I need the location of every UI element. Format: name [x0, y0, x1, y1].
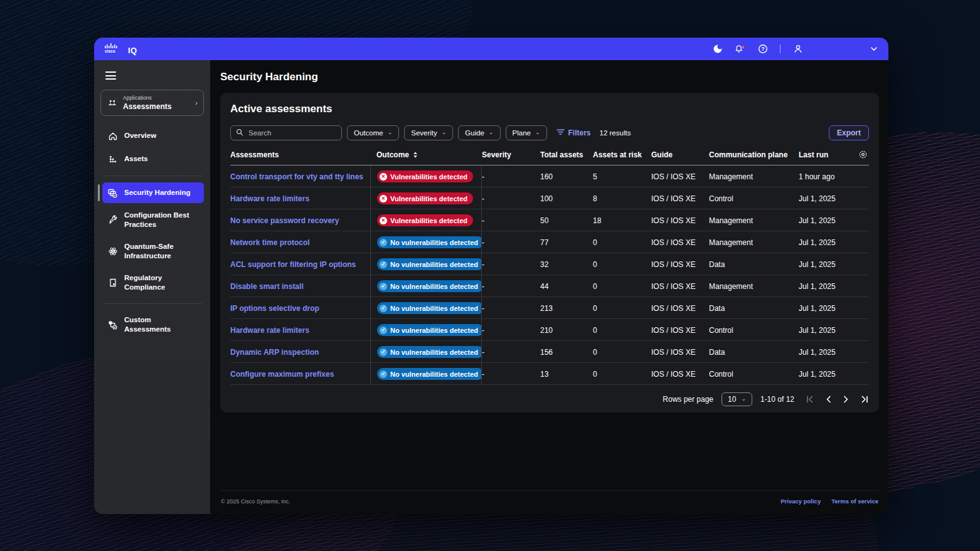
- guide-filter-dropdown[interactable]: Guide⌄: [458, 125, 500, 140]
- assessment-link[interactable]: Control transport for vty and tty lines: [230, 172, 363, 181]
- sidebar-item-label: Regulatory Compliance: [124, 273, 199, 292]
- filter-dropdowns: Outcome⌄Severity⌄Guide⌄Plane⌄: [347, 125, 547, 140]
- sidebar-item-security-hardening[interactable]: Security Hardening: [102, 182, 204, 203]
- first-page-icon[interactable]: [806, 396, 814, 403]
- severity-cell: -: [482, 194, 540, 203]
- assets-at-risk-cell: 0: [593, 348, 651, 357]
- export-button[interactable]: Export: [829, 125, 869, 140]
- sidebar-item-overview[interactable]: Overview: [102, 125, 204, 146]
- chevron-down-icon: ⌄: [535, 129, 540, 135]
- svg-text:cisco: cisco: [105, 49, 115, 53]
- filter-icon: [557, 129, 565, 137]
- total-assets-cell: 50: [540, 216, 593, 225]
- assessment-cell: Configure maximum prefixes: [230, 370, 370, 379]
- active-assessments-card: Active assessments Outcome⌄Severity⌄Guid…: [220, 93, 879, 412]
- main-content: Security Hardening Active assessments: [210, 60, 888, 514]
- theme-icon[interactable]: [712, 44, 723, 55]
- assessment-cell: Dynamic ARP inspection: [230, 348, 370, 357]
- help-icon[interactable]: ?: [757, 44, 768, 55]
- guide-cell: IOS / IOS XE: [651, 326, 709, 335]
- column-label: Outcome: [376, 150, 409, 159]
- menu-hamburger-icon[interactable]: [105, 71, 116, 80]
- assessment-link[interactable]: No service password recovery: [230, 216, 339, 225]
- assessment-link[interactable]: Hardware rate limiters: [230, 326, 309, 335]
- assets-at-risk-cell: 0: [593, 326, 651, 335]
- assessment-link[interactable]: ACL support for filtering IP options: [230, 260, 356, 269]
- guide-cell: IOS / IOS XE: [651, 238, 709, 247]
- table-controls: Outcome⌄Severity⌄Guide⌄Plane⌄ Filters 12…: [230, 125, 869, 140]
- assessment-cell: No service password recovery: [230, 216, 370, 225]
- sidebar-divider: [104, 303, 202, 304]
- assessment-link[interactable]: Network time protocol: [230, 238, 310, 247]
- sidebar-item-label: Assets: [124, 154, 148, 164]
- rows-per-page-select[interactable]: 10 ⌄: [722, 392, 752, 406]
- sidebar-item-custom-assessments[interactable]: Custom Assessments: [102, 310, 204, 339]
- sidebar-item-quantum-safe-infrastructure[interactable]: Quantum-Safe Infrastructure: [102, 237, 204, 266]
- plane-filter-dropdown[interactable]: Plane⌄: [506, 125, 547, 140]
- severity-cell: -: [482, 370, 540, 379]
- guide-cell: IOS / IOS XE: [651, 260, 709, 269]
- account-icon[interactable]: [792, 44, 803, 55]
- search-input[interactable]: [230, 125, 342, 140]
- terms-of-service-link[interactable]: Terms of service: [831, 498, 878, 505]
- last-run-cell: Jul 1, 2025: [799, 238, 853, 247]
- table-row: ACL support for filtering IP options✓No …: [230, 253, 869, 275]
- severity-cell: -: [482, 172, 540, 181]
- column-header-severity[interactable]: Severity: [482, 150, 540, 165]
- column-header-assessments[interactable]: Assessments: [230, 150, 370, 165]
- privacy-policy-link[interactable]: Privacy policy: [780, 498, 821, 505]
- sidebar-item-assets[interactable]: Assets: [102, 149, 204, 169]
- footer-copyright: © 2025 Cisco Systems, Inc.: [221, 498, 290, 505]
- top-bar-actions: ?: [712, 44, 878, 55]
- top-bar: cisco IQ ?: [94, 38, 888, 60]
- outcome-badge: ✓No vulnerabilities detected: [377, 302, 482, 314]
- assessment-cell: Disable smart install: [230, 282, 370, 291]
- assessment-link[interactable]: Dynamic ARP inspection: [230, 348, 319, 357]
- column-label: Assets at risk: [593, 150, 642, 159]
- communication-plane-cell: Control: [709, 370, 799, 379]
- severity-cell: -: [482, 348, 540, 357]
- sidebar-item-regulatory-compliance[interactable]: Regulatory Compliance: [102, 268, 204, 297]
- assessment-cell: Hardware rate limiters: [230, 326, 370, 335]
- column-header-communication-plane[interactable]: Communication plane: [709, 150, 799, 165]
- outcome-badge-label: No vulnerabilities detected: [390, 239, 478, 246]
- severity-cell: -: [482, 216, 540, 225]
- chevron-down-icon[interactable]: [870, 46, 878, 51]
- assessment-link[interactable]: Configure maximum prefixes: [230, 370, 334, 379]
- filters-toggle[interactable]: Filters: [557, 129, 591, 137]
- severity-cell: -: [482, 282, 540, 291]
- column-header-total-assets[interactable]: Total assets: [540, 150, 593, 165]
- assessment-link[interactable]: Hardware rate limiters: [230, 194, 309, 203]
- sidebar-item-label: Overview: [124, 131, 156, 140]
- assets-at-risk-cell: 0: [593, 282, 651, 291]
- last-page-icon[interactable]: [861, 396, 869, 403]
- brand-product-name: IQ: [128, 46, 137, 56]
- column-header-guide[interactable]: Guide: [651, 150, 709, 165]
- footer-links: Privacy policy Terms of service: [780, 498, 878, 505]
- error-circle-icon: ✕: [380, 195, 387, 202]
- assessment-link[interactable]: IP options selective drop: [230, 304, 319, 313]
- search-field[interactable]: [247, 129, 336, 137]
- column-header-outcome[interactable]: Outcome: [370, 150, 482, 165]
- assessment-link[interactable]: Disable smart install: [230, 282, 304, 291]
- communication-plane-cell: Management: [709, 216, 799, 225]
- column-header-assets-at-risk[interactable]: Assets at risk: [593, 150, 651, 165]
- severity-filter-dropdown[interactable]: Severity⌄: [404, 125, 453, 140]
- column-settings-gear-icon[interactable]: [853, 150, 869, 165]
- assessment-cell: Hardware rate limiters: [230, 194, 370, 203]
- outcome-badge-label: Vulnerabilities detected: [390, 195, 467, 202]
- app-switcher[interactable]: Applications Assessments ›: [100, 90, 204, 116]
- next-page-icon[interactable]: [843, 396, 849, 403]
- outcome-badge-label: Vulnerabilities detected: [390, 173, 467, 181]
- guide-cell: IOS / IOS XE: [651, 348, 709, 357]
- dropdown-label: Outcome: [354, 129, 383, 137]
- outcome-filter-dropdown[interactable]: Outcome⌄: [347, 125, 399, 140]
- notifications-bell-icon[interactable]: [735, 44, 745, 55]
- assets-at-risk-cell: 0: [593, 370, 651, 379]
- footer: © 2025 Cisco Systems, Inc. Privacy polic…: [220, 490, 879, 514]
- assets-at-risk-cell: 18: [593, 216, 651, 225]
- column-header-last-run[interactable]: Last run: [799, 150, 853, 165]
- previous-page-icon[interactable]: [826, 396, 831, 403]
- sidebar-item-configuration-best-practices[interactable]: Configuration Best Practices: [102, 206, 204, 234]
- table-header-row: AssessmentsOutcomeSeverityTotal assetsAs…: [230, 150, 869, 165]
